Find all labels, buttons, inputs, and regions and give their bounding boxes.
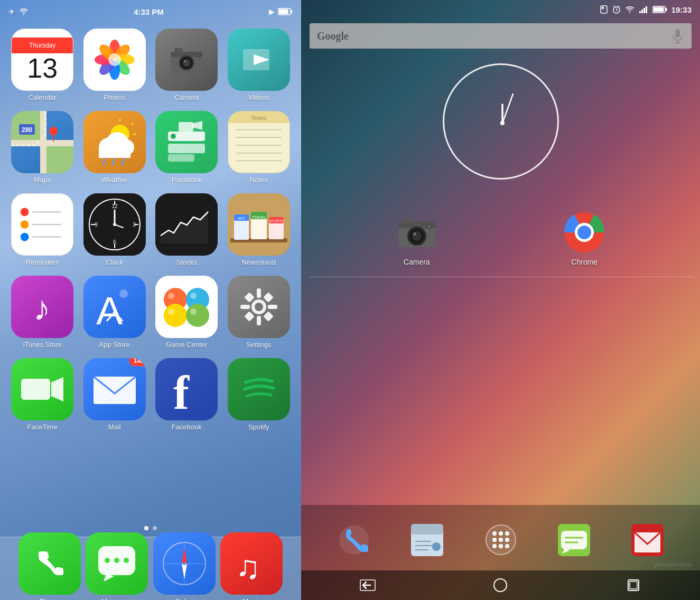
- svg-rect-129: [602, 7, 604, 9]
- app-passbook[interactable]: Passbook: [154, 111, 220, 184]
- svg-rect-105: [257, 316, 261, 325]
- svg-rect-93: [155, 276, 218, 338]
- svg-text:9: 9: [95, 222, 98, 228]
- svg-point-159: [577, 226, 591, 239]
- app-photos[interactable]: Photos: [82, 29, 148, 101]
- app-maps[interactable]: 280 Maps: [10, 111, 76, 184]
- svg-point-154: [413, 232, 416, 236]
- svg-text:♫: ♫: [236, 549, 260, 585]
- safari-dock-label: Safari: [175, 597, 193, 601]
- android-search-text: Google: [317, 30, 671, 42]
- android-dock-contacts[interactable]: [409, 521, 446, 558]
- camera-icon: [155, 29, 218, 91]
- svg-point-18: [184, 60, 186, 62]
- svg-point-184: [494, 579, 507, 592]
- app-newsstand[interactable]: ART TRAVEL SPORTS Newsstand: [226, 193, 292, 266]
- svg-point-170: [505, 531, 509, 536]
- svg-rect-109: [263, 311, 274, 322]
- android-divider: [310, 277, 692, 277]
- android-search-bar[interactable]: Google: [310, 23, 692, 49]
- mail-label: Mail: [108, 423, 121, 431]
- app-appstore[interactable]: A App Store: [82, 276, 148, 349]
- svg-point-172: [499, 538, 503, 542]
- videos-icon: [228, 29, 290, 91]
- svg-point-17: [183, 59, 190, 67]
- svg-point-97: [186, 304, 209, 327]
- mail-icon: 149: [83, 358, 146, 420]
- android-nav-bar: [301, 570, 700, 600]
- app-videos[interactable]: Videos: [226, 29, 292, 101]
- android-home-button[interactable]: [484, 575, 516, 596]
- app-mail[interactable]: 149 Mail: [82, 358, 148, 431]
- music-icon: ♫: [220, 532, 283, 595]
- svg-rect-108: [244, 292, 255, 303]
- dock-music[interactable]: ♫ Music: [220, 532, 283, 601]
- app-spotify[interactable]: Spotify: [226, 358, 292, 431]
- itunes-icon: ♪: [11, 276, 73, 338]
- android-back-button[interactable]: [352, 575, 384, 596]
- svg-point-147: [500, 121, 505, 125]
- svg-rect-137: [643, 8, 645, 13]
- svg-line-41: [122, 158, 124, 165]
- svg-rect-112: [21, 379, 50, 400]
- videos-label: Videos: [248, 93, 269, 101]
- app-camera[interactable]: Camera: [154, 29, 220, 101]
- android-app-chrome[interactable]: Chrome: [563, 211, 605, 266]
- calendar-date: 13: [27, 54, 58, 82]
- app-stocks[interactable]: Stocks: [154, 193, 220, 266]
- android-app-camera[interactable]: Camera: [396, 211, 438, 266]
- svg-point-119: [105, 558, 110, 563]
- android-recents-button[interactable]: [618, 575, 649, 596]
- dock-phone[interactable]: Phone: [18, 532, 81, 601]
- location-icon: ▶: [269, 7, 275, 16]
- dock-messages[interactable]: Messages: [86, 532, 148, 601]
- app-settings[interactable]: Settings: [226, 276, 292, 349]
- svg-marker-125: [182, 548, 187, 564]
- android-dock-phone[interactable]: [335, 521, 372, 558]
- clock-icon: 12 6 9 3: [83, 193, 146, 256]
- android-dock-launcher[interactable]: [482, 521, 519, 558]
- svg-text:280: 280: [22, 126, 32, 134]
- mic-icon[interactable]: [671, 29, 684, 43]
- app-reminders[interactable]: Reminders: [10, 193, 76, 266]
- wifi-icon: [625, 6, 634, 13]
- svg-point-98: [168, 293, 174, 299]
- app-itunes[interactable]: ♪ iTunes Store: [10, 276, 76, 349]
- svg-point-121: [124, 558, 129, 563]
- android-dock-gmail[interactable]: [629, 521, 666, 558]
- svg-rect-2: [278, 10, 288, 14]
- airplane-icon: ✈: [8, 7, 15, 16]
- svg-text:♪: ♪: [33, 289, 51, 327]
- app-gamecenter[interactable]: Game Center: [154, 276, 220, 349]
- svg-rect-138: [646, 6, 647, 13]
- svg-rect-14: [174, 48, 183, 53]
- android-analog-clock-face: [443, 63, 559, 180]
- app-notes[interactable]: Notes Notes: [226, 111, 292, 184]
- app-facebook[interactable]: f Facebook: [154, 358, 220, 431]
- android-dock-messenger[interactable]: [556, 521, 593, 558]
- app-clock[interactable]: 12 6 9 3 Clock: [82, 193, 148, 266]
- wifi-icon: [19, 8, 29, 15]
- app-weather[interactable]: Weather: [82, 111, 148, 184]
- svg-rect-150: [402, 218, 410, 223]
- svg-point-174: [492, 544, 497, 548]
- android-camera-icon: [396, 211, 438, 254]
- android-status-right: 19:33: [600, 5, 692, 14]
- svg-text:3: 3: [133, 222, 136, 228]
- svg-rect-107: [268, 305, 277, 309]
- app-facetime[interactable]: FaceTime: [10, 358, 76, 431]
- svg-text:ART: ART: [238, 217, 246, 220]
- android-dock-apps: [301, 505, 700, 570]
- svg-line-40: [113, 158, 115, 165]
- photos-label: Photos: [104, 93, 125, 101]
- app-calendar[interactable]: Thursday 13 Calendar: [10, 29, 76, 101]
- svg-text:TRAVEL: TRAVEL: [251, 215, 266, 219]
- svg-rect-141: [653, 7, 664, 12]
- svg-point-90: [119, 289, 128, 298]
- svg-point-99: [190, 293, 197, 299]
- battery-icon: [652, 6, 667, 13]
- dot-2: [153, 526, 157, 530]
- svg-line-133: [613, 6, 615, 7]
- dock-safari[interactable]: Safari: [153, 532, 216, 601]
- android-dock: [301, 505, 700, 600]
